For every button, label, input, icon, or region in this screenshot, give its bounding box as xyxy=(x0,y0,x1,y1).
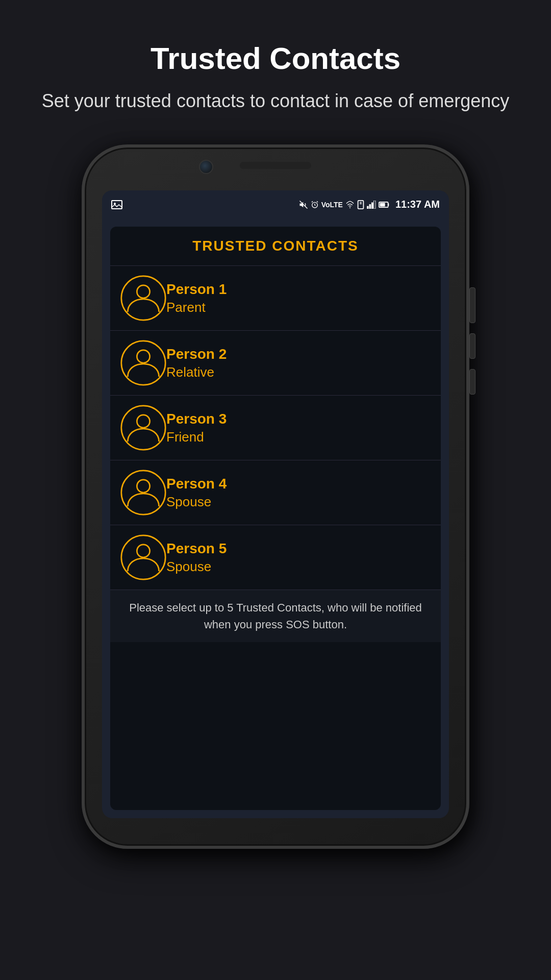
status-right: VoLTE xyxy=(299,199,440,210)
contact-name: Person 3 xyxy=(166,411,227,427)
contact-avatar-icon xyxy=(120,534,166,580)
svg-line-5 xyxy=(317,201,318,202)
contact-info: Person 5 Spouse xyxy=(166,541,227,575)
status-left xyxy=(111,200,122,209)
side-buttons xyxy=(469,287,475,395)
contacts-list: Person 1 Parent Person 2 Relative Person… xyxy=(110,266,441,590)
status-bar: VoLTE xyxy=(102,190,449,218)
contact-avatar-icon xyxy=(120,405,166,451)
card-header: TRUSTED CONTACTS xyxy=(110,227,441,266)
svg-rect-7 xyxy=(358,201,364,209)
volume-button xyxy=(469,333,475,359)
svg-line-4 xyxy=(312,201,313,202)
speaker xyxy=(240,162,311,169)
svg-rect-15 xyxy=(380,203,385,207)
signal-icon xyxy=(367,201,376,209)
svg-point-18 xyxy=(137,285,149,298)
svg-point-24 xyxy=(137,480,149,493)
contact-info: Person 3 Friend xyxy=(166,411,227,445)
phone-mockup: VoLTE xyxy=(82,144,469,849)
status-time: 11:37 AM xyxy=(395,199,440,210)
svg-point-20 xyxy=(137,350,149,363)
lte-icon: VoLTE xyxy=(321,201,343,209)
contact-avatar-icon xyxy=(120,470,166,516)
contact-item[interactable]: Person 4 Spouse xyxy=(110,460,441,525)
contact-item[interactable]: Person 3 Friend xyxy=(110,396,441,460)
contact-name: Person 4 xyxy=(166,476,227,492)
contact-name: Person 1 xyxy=(166,281,227,298)
volume-button-2 xyxy=(469,369,475,395)
card-title: TRUSTED CONTACTS xyxy=(192,238,358,254)
svg-point-26 xyxy=(137,545,149,557)
data-icon xyxy=(357,200,364,209)
footer-note: Please select up to 5 Trusted Contacts, … xyxy=(110,590,441,642)
svg-rect-12 xyxy=(371,202,373,208)
contact-info: Person 2 Relative xyxy=(166,346,227,380)
contacts-card: TRUSTED CONTACTS Person 1 Parent Person xyxy=(110,227,441,810)
contact-info: Person 4 Spouse xyxy=(166,476,227,510)
contact-name: Person 5 xyxy=(166,541,227,557)
contact-relation: Friend xyxy=(166,429,227,445)
phone-screen: VoLTE xyxy=(102,190,449,818)
svg-rect-10 xyxy=(367,206,369,209)
wifi-icon xyxy=(345,201,355,209)
contact-relation: Spouse xyxy=(166,559,227,575)
contact-avatar-icon xyxy=(120,275,166,321)
svg-rect-0 xyxy=(112,201,122,209)
footer-text: Please select up to 5 Trusted Contacts, … xyxy=(120,599,431,633)
contact-info: Person 1 Parent xyxy=(166,281,227,315)
page-subtitle: Set your trusted contacts to contact in … xyxy=(20,88,531,114)
top-section: Trusted Contacts Set your trusted contac… xyxy=(0,0,551,134)
alarm-icon xyxy=(311,201,319,209)
svg-point-6 xyxy=(349,207,350,208)
svg-rect-13 xyxy=(373,201,375,209)
svg-rect-11 xyxy=(369,204,371,209)
svg-point-22 xyxy=(137,415,149,428)
contact-name: Person 2 xyxy=(166,346,227,362)
screen-content: TRUSTED CONTACTS Person 1 Parent Person xyxy=(102,218,449,818)
battery-icon xyxy=(379,201,390,208)
contact-relation: Relative xyxy=(166,364,227,380)
power-button xyxy=(469,287,475,323)
page-title: Trusted Contacts xyxy=(20,41,531,76)
mute-icon xyxy=(299,200,308,209)
contact-relation: Spouse xyxy=(166,494,227,510)
contact-item[interactable]: Person 1 Parent xyxy=(110,266,441,331)
contact-item[interactable]: Person 5 Spouse xyxy=(110,525,441,590)
front-camera xyxy=(199,160,213,174)
contact-item[interactable]: Person 2 Relative xyxy=(110,331,441,396)
contact-avatar-icon xyxy=(120,340,166,386)
image-icon xyxy=(111,200,122,209)
contact-relation: Parent xyxy=(166,300,227,315)
